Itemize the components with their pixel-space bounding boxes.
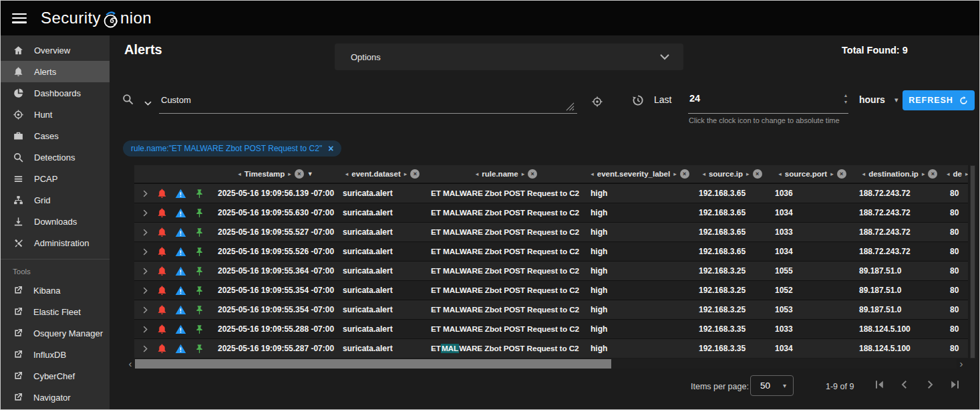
alert-bell-icon[interactable]: [156, 304, 168, 316]
sidebar-item[interactable]: Alerts: [1, 61, 110, 82]
escalate-warning-icon[interactable]: [175, 324, 186, 335]
cell-destination-ip[interactable]: 89.187.51.0: [854, 281, 945, 300]
options-chevron-down-icon[interactable]: [658, 50, 671, 64]
cell-rule-name[interactable]: ET MALWARE Zbot POST Request to C2: [427, 300, 586, 319]
cell-rule-name[interactable]: ET MALWARE Zbot POST Request to C2: [427, 184, 586, 203]
column-move-right-icon[interactable]: ▸: [965, 171, 968, 177]
column-header[interactable]: ◂ source.ip ▸ × ▼: [694, 165, 770, 183]
cell-rule-name[interactable]: ET MALWARE Zbot POST Request to C2: [427, 223, 586, 241]
column-move-left-icon[interactable]: ◂: [345, 171, 349, 177]
cell-destination-ip[interactable]: 89.187.51.0: [854, 262, 945, 280]
relative-time-history-icon[interactable]: [631, 94, 645, 107]
query-mode-chevron-icon[interactable]: [143, 98, 153, 108]
cell-source-ip[interactable]: 192.168.3.25: [694, 300, 770, 319]
sidebar-tool-item[interactable]: Kibana: [1, 280, 110, 301]
previous-page-button[interactable]: [896, 377, 913, 393]
sidebar-tool-item[interactable]: InfluxDB: [1, 344, 110, 365]
alert-bell-icon[interactable]: [156, 207, 168, 219]
escalate-warning-icon[interactable]: [175, 246, 186, 258]
cell-timestamp[interactable]: 2025-05-16 19:09:56.139 -07:00: [213, 184, 338, 203]
column-remove-icon[interactable]: ×: [410, 169, 420, 179]
acknowledge-pin-icon[interactable]: [194, 227, 205, 238]
cell-source-port[interactable]: 1055: [770, 262, 854, 280]
alert-bell-icon[interactable]: [156, 246, 168, 258]
cell-severity[interactable]: high: [586, 320, 694, 338]
cell-timestamp[interactable]: 2025-05-16 19:09:55.364 -07:00: [213, 262, 338, 280]
expand-row-chevron-icon[interactable]: [140, 227, 150, 237]
column-move-right-icon[interactable]: ▸: [522, 171, 525, 177]
cell-rule-name[interactable]: ET MALWARE Zbot POST Request to C2: [427, 203, 586, 222]
expand-row-chevron-icon[interactable]: [140, 286, 150, 296]
column-move-left-icon[interactable]: ◂: [862, 171, 866, 177]
duration-stepper[interactable]: ▴ ▾: [844, 92, 847, 106]
cell-source-ip[interactable]: 192.168.3.35: [694, 339, 770, 358]
cell-source-port[interactable]: 1052: [770, 281, 854, 300]
column-header-label[interactable]: source.ip: [709, 170, 743, 178]
query-input[interactable]: Custom: [159, 92, 577, 114]
cell-destination-port[interactable]: 80: [945, 300, 968, 319]
expand-row-chevron-icon[interactable]: [140, 189, 150, 199]
sidebar-item[interactable]: PCAP: [1, 168, 110, 189]
cell-destination-ip[interactable]: 89.187.51.0: [854, 300, 945, 319]
cell-destination-ip[interactable]: 188.124.5.100: [854, 320, 945, 338]
cell-severity[interactable]: high: [586, 203, 694, 222]
next-page-button[interactable]: [922, 377, 938, 393]
cell-source-port[interactable]: 1033: [770, 223, 854, 241]
column-remove-icon[interactable]: ×: [753, 169, 762, 179]
column-remove-icon[interactable]: ×: [928, 169, 937, 179]
expand-row-chevron-icon[interactable]: [140, 208, 150, 218]
acknowledge-pin-icon[interactable]: [194, 324, 205, 335]
acknowledge-pin-icon[interactable]: [194, 188, 205, 199]
cell-event-dataset[interactable]: suricata.alert: [338, 203, 427, 222]
sidebar-tool-item[interactable]: Navigator: [1, 387, 110, 408]
column-remove-icon[interactable]: ×: [837, 169, 846, 179]
column-move-left-icon[interactable]: ◂: [778, 171, 782, 177]
cell-timestamp[interactable]: 2025-05-16 19:09:55.354 -07:00: [213, 300, 338, 319]
column-header-label[interactable]: event.severity_label: [597, 170, 670, 178]
column-remove-icon[interactable]: ×: [295, 169, 304, 179]
cell-severity[interactable]: high: [586, 262, 694, 280]
vertical-scrollbar[interactable]: [970, 165, 975, 358]
escalate-warning-icon[interactable]: [175, 207, 186, 219]
cell-severity[interactable]: high: [586, 281, 694, 300]
sidebar-tool-item[interactable]: CyberChef: [1, 365, 110, 387]
first-page-button[interactable]: [871, 377, 887, 393]
escalate-warning-icon[interactable]: [175, 343, 186, 354]
alert-bell-icon[interactable]: [156, 343, 168, 354]
cell-destination-port[interactable]: 80: [945, 320, 968, 338]
column-header-label[interactable]: rule.name: [482, 170, 518, 178]
column-header[interactable]: ◂ Timestamp ▸ × ▼: [213, 165, 338, 183]
expand-row-chevron-icon[interactable]: [140, 247, 150, 257]
cell-timestamp[interactable]: 2025-05-16 19:09:55.630 -07:00: [213, 203, 338, 222]
cell-timestamp[interactable]: 2025-05-16 19:09:55.527 -07:00: [213, 223, 338, 241]
sidebar-item[interactable]: Grid: [1, 189, 110, 211]
cell-rule-name[interactable]: ET MALWARE Zbot POST Request to C2: [427, 320, 586, 338]
acknowledge-pin-icon[interactable]: [194, 207, 205, 219]
column-move-left-icon[interactable]: ◂: [238, 171, 241, 177]
quick-filter-target-icon[interactable]: [591, 96, 603, 108]
cell-source-port[interactable]: 1034: [770, 203, 854, 222]
refresh-button[interactable]: REFRESH: [903, 90, 975, 110]
cell-destination-port[interactable]: 80: [945, 223, 968, 241]
column-move-left-icon[interactable]: ◂: [947, 171, 950, 177]
cell-source-port[interactable]: 1036: [770, 184, 854, 203]
filter-chip-close-icon[interactable]: ×: [328, 143, 333, 154]
sidebar-item[interactable]: Cases: [1, 125, 110, 146]
cell-destination-ip[interactable]: 188.72.243.72: [854, 184, 945, 203]
column-move-right-icon[interactable]: ▸: [404, 171, 407, 177]
cell-severity[interactable]: high: [586, 223, 694, 241]
escalate-warning-icon[interactable]: [175, 188, 186, 199]
options-panel[interactable]: Options: [335, 43, 683, 70]
vertical-scrollbar-thumb[interactable]: [971, 166, 975, 358]
escalate-warning-icon[interactable]: [175, 285, 186, 296]
cell-source-port[interactable]: 1033: [770, 320, 854, 338]
cell-destination-ip[interactable]: 188.72.243.72: [854, 223, 945, 241]
cell-rule-name[interactable]: ET MALWARE Zbot POST Request to C2: [427, 339, 586, 358]
menu-toggle-icon[interactable]: [12, 13, 27, 23]
cell-destination-ip[interactable]: 188.72.243.72: [854, 203, 945, 222]
query-mode-label[interactable]: Custom: [161, 95, 191, 105]
acknowledge-pin-icon[interactable]: [194, 246, 205, 258]
column-move-left-icon[interactable]: ◂: [702, 171, 705, 177]
scrollbar-track[interactable]: [135, 359, 957, 369]
column-move-right-icon[interactable]: ▸: [830, 171, 834, 177]
